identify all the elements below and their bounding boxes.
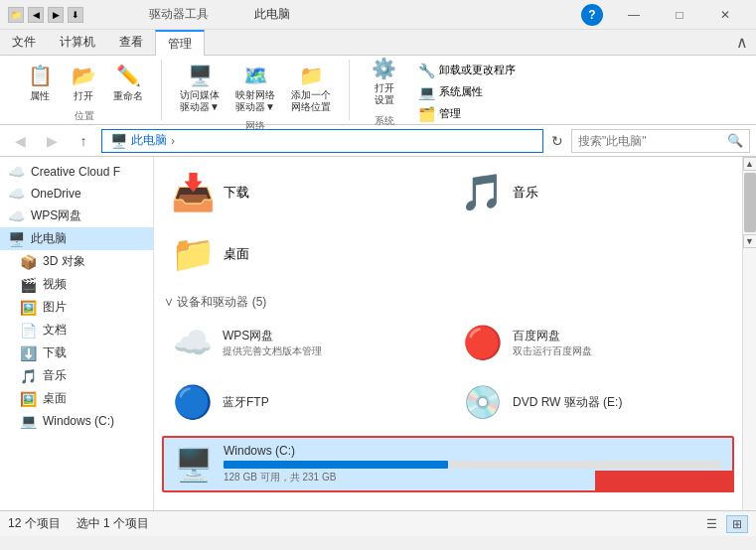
- baidu-drive-icon: 🔴: [463, 324, 503, 361]
- manage-icon: 🗂️: [418, 106, 435, 122]
- help-button[interactable]: ?: [581, 4, 603, 26]
- dvd-drive-info: DVD RW 驱动器 (E:): [513, 394, 723, 411]
- rename-button[interactable]: ✏️ 重命名: [107, 62, 149, 105]
- scroll-up-button[interactable]: ▲: [743, 157, 757, 171]
- ribbon-collapse-icon[interactable]: ∧: [736, 33, 748, 52]
- ribbon-group-location-items: 📋 属性 📂 打开 ✏️ 重命名: [20, 62, 149, 105]
- maximize-button[interactable]: □: [657, 0, 702, 30]
- tab-manage[interactable]: 管理: [155, 30, 205, 56]
- manage-button[interactable]: 🗂️ 管理: [414, 104, 520, 124]
- sidebar-item-label-pictures: 图片: [43, 299, 67, 316]
- devices-section: ∨ 设备和驱动器 (5) ☁️ WPS网盘 提供完善文档版本管理 🔴 百度网盘 …: [162, 294, 734, 492]
- ribbon: 文件 计算机 查看 管理 ∧ 📋 属性 📂 打开 ✏️ 重命名: [0, 30, 756, 125]
- close-button[interactable]: ✕: [702, 0, 748, 30]
- forward-button[interactable]: ▶: [38, 129, 66, 153]
- title-bar-icons: 📁 ◀ ▶ ⬇: [8, 7, 83, 23]
- folder-desktop[interactable]: 📁 桌面: [162, 226, 445, 282]
- add-network-button[interactable]: 📁 添加一个网络位置: [285, 62, 337, 115]
- drive-dvd[interactable]: 💿 DVD RW 驱动器 (E:): [452, 376, 734, 428]
- wps-drive-name: WPS网盘: [223, 328, 433, 344]
- wps-cloud-icon: ☁️: [8, 208, 25, 224]
- settings-icon: ⚙️: [372, 57, 396, 80]
- tab-view[interactable]: 查看: [107, 30, 155, 55]
- onedrive-icon: ☁️: [8, 186, 25, 202]
- windows-drive-name: Windows (C:): [224, 444, 722, 458]
- settings-button[interactable]: ⚙️ 打开设置: [362, 53, 406, 110]
- window-controls: — □ ✕: [611, 0, 748, 30]
- drive-wps[interactable]: ☁️ WPS网盘 提供完善文档版本管理: [162, 317, 444, 368]
- folder-downloads[interactable]: 📥 下载: [162, 165, 445, 220]
- address-box[interactable]: 🖥️ 此电脑 ›: [101, 129, 543, 153]
- uninstall-label: 卸载或更改程序: [439, 63, 516, 77]
- sidebar-item-3d[interactable]: 📦 3D 对象: [0, 250, 153, 273]
- quick-access-icon1[interactable]: ◀: [28, 7, 44, 23]
- up-button[interactable]: ↑: [70, 129, 97, 153]
- tab-computer[interactable]: 计算机: [48, 30, 107, 55]
- system-props-button[interactable]: 💻 系统属性: [414, 82, 520, 102]
- open-button[interactable]: 📂 打开: [64, 62, 103, 105]
- map-network-label: 映射网络驱动器▼: [235, 89, 275, 113]
- uninstall-button[interactable]: 🔧 卸载或更改程序: [414, 61, 520, 80]
- right-scrollbar[interactable]: ▲ ▼: [742, 157, 756, 510]
- scroll-down-button[interactable]: ▼: [743, 234, 757, 248]
- tab-file[interactable]: 文件: [0, 30, 48, 55]
- manage-label: 管理: [439, 106, 461, 121]
- settings-label: 打开设置: [375, 82, 394, 106]
- sidebar-item-onedrive[interactable]: ☁️ OneDrive: [0, 183, 153, 205]
- sidebar-item-pictures[interactable]: 🖼️ 图片: [0, 296, 153, 319]
- open-label: 打开: [74, 89, 93, 103]
- list-view-button[interactable]: ☰: [700, 515, 722, 533]
- sidebar-item-label-downloads: 下载: [43, 344, 67, 361]
- properties-icon: 📋: [28, 64, 53, 87]
- wps-drive-info: WPS网盘 提供完善文档版本管理: [223, 328, 433, 358]
- drive-baidu[interactable]: 🔴 百度网盘 双击运行百度网盘: [452, 317, 734, 368]
- sidebar-item-this-pc[interactable]: 🖥️ 此电脑: [0, 227, 153, 250]
- ribbon-content: 📋 属性 📂 打开 ✏️ 重命名 位置 🖥️ 访问媒体驱动器▼: [0, 56, 756, 125]
- search-input[interactable]: [578, 134, 723, 148]
- dvd-drive-icon: 💿: [463, 383, 503, 421]
- pictures-icon: 🖼️: [20, 300, 37, 316]
- drive-bluetooth[interactable]: 🔵 蓝牙FTP: [162, 376, 444, 428]
- sidebar-item-label-this-pc: 此电脑: [31, 230, 67, 247]
- folder-music-label: 音乐: [513, 184, 538, 202]
- quick-access-icon3[interactable]: ⬇: [68, 7, 83, 23]
- folder-music[interactable]: 🎵 音乐: [451, 165, 734, 220]
- group-location-label: 位置: [75, 109, 94, 123]
- search-box: 🔍: [571, 129, 750, 153]
- title-bar-right: ? — □ ✕: [581, 0, 748, 30]
- svg-marker-0: [595, 471, 734, 492]
- refresh-button[interactable]: ↻: [551, 133, 563, 149]
- this-pc-icon: 🖥️: [8, 231, 25, 247]
- large-icon-view-button[interactable]: ⊞: [726, 515, 748, 533]
- back-button[interactable]: ◀: [6, 129, 34, 153]
- title-bar-left: 📁 ◀ ▶ ⬇ 驱动器工具 此电脑: [8, 6, 290, 23]
- arrow-overlay: [595, 471, 734, 492]
- breadcrumb-computer[interactable]: 此电脑: [131, 132, 167, 149]
- access-media-button[interactable]: 🖥️ 访问媒体驱动器▼: [174, 62, 226, 115]
- sidebar-item-docs[interactable]: 📄 文档: [0, 319, 153, 342]
- video-icon: 🎬: [20, 277, 37, 293]
- properties-button[interactable]: 📋 属性: [20, 62, 60, 105]
- sidebar-item-creative-cloud[interactable]: ☁️ Creative Cloud F: [0, 161, 153, 183]
- sidebar-item-downloads[interactable]: ⬇️ 下载: [0, 342, 153, 364]
- drives-grid: ☁️ WPS网盘 提供完善文档版本管理 🔴 百度网盘 双击运行百度网盘: [162, 317, 734, 492]
- address-separator: ›: [171, 134, 175, 148]
- sidebar-item-windows-c[interactable]: 💻 Windows (C:): [0, 410, 153, 432]
- map-network-button[interactable]: 🗺️ 映射网络驱动器▼: [229, 62, 281, 115]
- rename-label: 重命名: [113, 89, 143, 103]
- sidebar-item-desktop[interactable]: 🖼️ 桌面: [0, 387, 153, 410]
- access-media-icon: 🖥️: [188, 64, 213, 87]
- selected-count: 选中 1 个项目: [76, 515, 149, 532]
- arrow-svg: [595, 471, 734, 492]
- minimize-button[interactable]: —: [611, 0, 657, 30]
- scroll-thumb[interactable]: [744, 173, 756, 232]
- sidebar-item-wps[interactable]: ☁️ WPS网盘: [0, 205, 153, 227]
- system-props-label: 系统属性: [439, 84, 483, 99]
- quick-access-icon2[interactable]: ▶: [48, 7, 64, 23]
- sidebar-item-video[interactable]: 🎬 视频: [0, 273, 153, 296]
- sidebar-item-label-music: 音乐: [43, 367, 67, 384]
- app-icon: 📁: [8, 7, 24, 23]
- add-network-label: 添加一个网络位置: [291, 89, 331, 113]
- downloads-icon: ⬇️: [20, 345, 37, 361]
- sidebar-item-music[interactable]: 🎵 音乐: [0, 364, 153, 387]
